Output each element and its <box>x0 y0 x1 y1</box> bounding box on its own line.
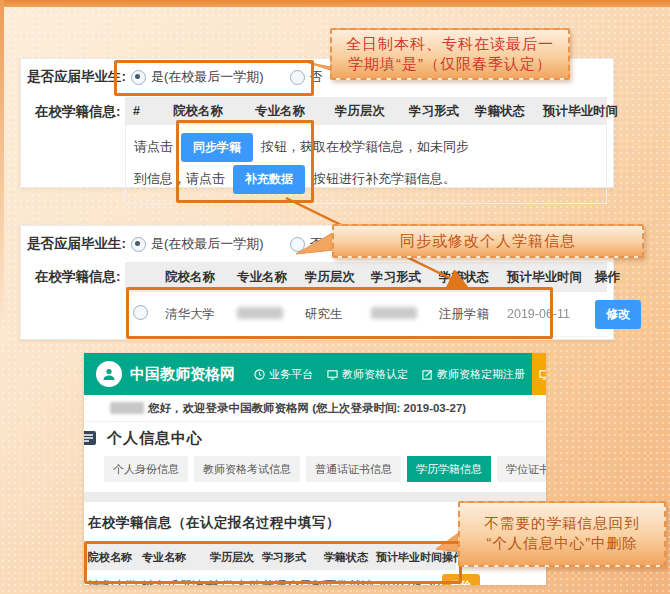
school-roll-label: 在校学籍信息: <box>35 268 121 286</box>
column-header: 学习形式 <box>260 550 322 565</box>
blurred-text <box>237 307 283 319</box>
row-radio[interactable] <box>133 305 148 320</box>
radio-no-label[interactable]: 否 <box>310 68 323 86</box>
column-header: 专业名称 <box>235 269 303 286</box>
table-header-row: 院校名称 专业名称 学历层次 学习形式 学籍状态 预计毕业时间 操作 <box>84 544 456 570</box>
radio-yes[interactable] <box>131 70 146 85</box>
column-header: 学历层次 <box>333 103 407 120</box>
column-header: 学历层次 <box>208 550 260 565</box>
study-form-cell-blurred <box>369 307 437 322</box>
callout-sync-or-edit-note: 同步或修改个人学籍信息 <box>332 224 644 258</box>
column-header: 学习形式 <box>369 269 437 286</box>
delete-button[interactable]: 删除 <box>442 574 480 585</box>
column-header: 学习形式 <box>407 103 473 120</box>
clock-icon <box>254 369 265 380</box>
welcome-bar: 您好，欢迎登录中国教师资格网 (您上次登录时间: 2019-03-27) <box>84 395 546 422</box>
nav-item-personal-info-center[interactable]: 个人信息中心 <box>532 353 546 395</box>
edit-button[interactable]: 修改 <box>595 300 641 329</box>
row-select-cell <box>125 305 163 323</box>
nav-item-qualification[interactable]: 教师资格认定 <box>320 353 415 395</box>
hint-line-1: 请点击 同步学籍 按钮，获取在校学籍信息，如未同步 <box>134 131 598 163</box>
radio-no[interactable] <box>290 237 305 252</box>
school-roll-label: 在校学籍信息: <box>35 103 121 121</box>
table-header-row: # 院校名称 专业名称 学历层次 学习形式 学籍状态 预计毕业时间 <box>125 97 607 125</box>
table-header-row: 院校名称 专业名称 学历层次 学习形式 学籍状态 预计毕业时间 操作 <box>125 262 607 292</box>
column-header: 专业名称 <box>253 103 333 120</box>
tab-putonghua-cert[interactable]: 普通话证书信息 <box>306 456 401 482</box>
radio-no-label[interactable]: 否 <box>310 235 323 253</box>
blurred-username <box>110 402 144 414</box>
tab-exam-info[interactable]: 教师资格考试信息 <box>194 456 300 482</box>
monitor-icon <box>539 369 546 380</box>
column-header: 院校名称 <box>171 103 253 120</box>
column-header: 操作 <box>593 269 641 286</box>
welcome-text: 您好，欢迎登录中国教师资格网 (您上次登录时间: 2019-03-27) <box>148 401 466 416</box>
section-heading-row: 个人信息中心 <box>84 422 546 454</box>
major-cell-blurred <box>235 307 303 322</box>
table-row: 清华大学 研究生 注册学籍 2019-06-11 修改 <box>125 292 607 337</box>
column-header: 专业名称 <box>140 550 208 565</box>
monitor-icon <box>327 369 338 380</box>
school-roll-table: # 院校名称 专业名称 学历层次 学习形式 学籍状态 预计毕业时间 请点击 同步… <box>125 97 607 204</box>
site-nav: 业务平台 教师资格认定 教师资格定期注册 个人信息中心 注销 <box>247 353 546 395</box>
site-brand: 中国教师资格网 <box>84 353 235 395</box>
school-cell: 清华大学 <box>163 306 235 323</box>
column-header: 学历层次 <box>303 269 369 286</box>
section-title: 个人信息中心 <box>107 429 203 448</box>
column-header: 预计毕业时间 <box>505 269 593 286</box>
callout-fulltime-note: 全日制本科、专科在读最后一 学期填“是”（仅限春季认定） <box>330 28 570 80</box>
school-roll-table: 院校名称 专业名称 学历层次 学习形式 学籍状态 预计毕业时间 操作 清华大学 … <box>84 544 456 585</box>
site-header: 中国教师资格网 业务平台 教师资格认定 教师资格定期注册 个人信息中心 <box>84 353 546 395</box>
tab-degree-cert[interactable]: 学位证书信息 <box>497 456 546 482</box>
edit-icon <box>422 369 433 380</box>
study-form-cell: 普通全日制 <box>260 578 322 586</box>
supplement-data-button[interactable]: 补充数据 <box>233 165 305 194</box>
level-cell: 研究生 <box>303 306 369 323</box>
list-icon <box>84 430 97 446</box>
top-border-strip <box>0 0 670 7</box>
status-cell: 正常就读 <box>322 578 374 586</box>
nav-item-business-platform[interactable]: 业务平台 <box>247 353 320 395</box>
column-header: 学籍状态 <box>322 550 374 565</box>
callout-text: 全日制本科、专科在读最后一 <box>346 34 554 54</box>
major-cell: 键盘乐器演奏 <box>140 578 208 586</box>
column-header: 预计毕业时间 <box>374 550 440 565</box>
tab-personal-identity[interactable]: 个人身份信息 <box>104 456 188 482</box>
school-roll-table: 院校名称 专业名称 学历层次 学习形式 学籍状态 预计毕业时间 操作 清华大学 … <box>125 262 607 337</box>
column-header: 预计毕业时间 <box>541 103 635 120</box>
site-logo-person-icon <box>96 361 122 387</box>
callout-delete-note: 不需要的学籍信息回到 “个人信息中心”中删除 <box>458 501 666 567</box>
column-header: 学籍状态 <box>437 269 505 286</box>
fresh-graduate-label: 是否应届毕业生: <box>27 68 127 86</box>
action-cell: 删除 <box>440 574 486 585</box>
blurred-text <box>371 307 417 319</box>
hint-text: 请点击 <box>134 138 173 156</box>
column-header: 院校名称 <box>163 269 235 286</box>
tab-education-roll[interactable]: 学历学籍信息 <box>407 456 491 482</box>
hint-text: 按钮，获取在校学籍信息，如未同步 <box>261 138 469 156</box>
radio-no[interactable] <box>290 70 305 85</box>
callout-text: 不需要的学籍信息回到 <box>485 514 640 534</box>
action-cell: 修改 <box>593 300 641 329</box>
nav-item-periodic-registration[interactable]: 教师资格定期注册 <box>415 353 532 395</box>
level-cell: 大学本科 <box>208 578 260 586</box>
callout-text: 同步或修改个人学籍信息 <box>400 231 576 251</box>
hint-line-2: 到信息，请点击 补充数据 按钮进行补充学籍信息。 <box>134 163 598 195</box>
radio-yes-label[interactable]: 是(在校最后一学期) <box>151 68 264 86</box>
grad-date-cell: 2019-06-30 <box>374 579 440 585</box>
info-tabs: 个人身份信息 教师资格考试信息 普通话证书信息 学历学籍信息 学位证书信息 教师… <box>84 456 546 482</box>
table-empty-hint: 请点击 同步学籍 按钮，获取在校学籍信息，如未同步 到信息，请点击 补充数据 按… <box>125 125 607 204</box>
table-row: 清华大学 键盘乐器演奏 大学本科 普通全日制 正常就读 2019-06-30 删… <box>84 570 456 585</box>
column-header: 学籍状态 <box>473 103 541 120</box>
column-header: # <box>125 104 171 118</box>
school-cell: 清华大学 <box>84 578 140 586</box>
callout-text: 学期填“是”（仅限春季认定） <box>348 54 552 74</box>
fresh-graduate-label: 是否应届毕业生: <box>27 235 127 253</box>
sync-roll-button[interactable]: 同步学籍 <box>181 133 253 162</box>
hint-text: 按钮进行补充学籍信息。 <box>313 170 456 188</box>
radio-yes-label[interactable]: 是(在校最后一学期) <box>151 235 264 253</box>
radio-yes[interactable] <box>131 237 146 252</box>
grad-date-cell: 2019-06-11 <box>505 307 593 321</box>
column-header: 院校名称 <box>84 550 140 565</box>
callout-text: “个人信息中心”中删除 <box>486 534 637 554</box>
